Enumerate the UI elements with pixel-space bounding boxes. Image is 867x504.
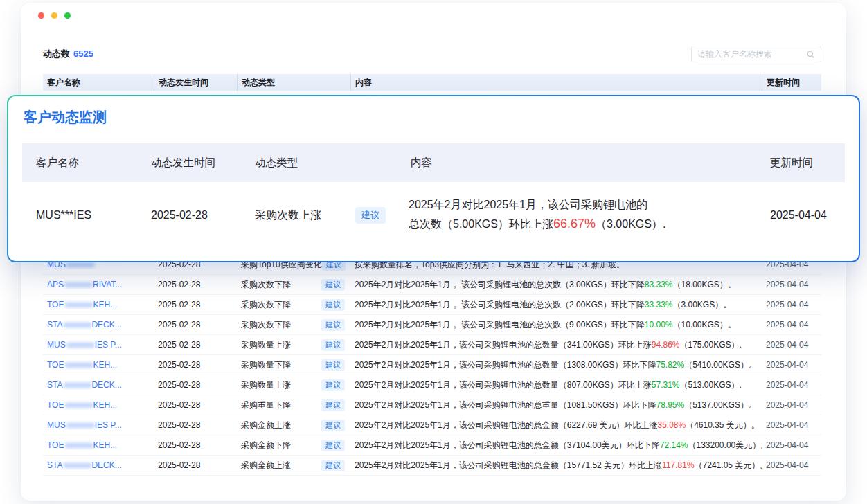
popup-table-header: 客户名称 动态发生时间 动态类型 内容 更新时间 [22,143,845,182]
customer-name-redacted: xxxxxxxx [64,360,92,370]
event-content-cell: 2025年2月对比2025年1月，该公司采购锂电池的总金额（15771.52 美… [350,460,762,471]
table-row[interactable]: MUSxxxxxxxxIES P...2025-02-28采购数量上涨建议202… [43,335,821,355]
popup-customer-name: MUS***IES [22,209,137,222]
search-icon[interactable] [806,50,815,59]
event-type-label: 采购重量下降 [241,399,291,411]
customer-name-link[interactable]: TOExxxxxxxxKEH... [43,440,154,450]
suggestion-badge[interactable]: 建议 [321,440,345,451]
event-type-label: 采购数量上涨 [241,379,291,391]
event-date-cell: 2025-02-28 [154,440,237,450]
suggestion-badge[interactable]: 建议 [321,279,345,291]
event-date-cell: 2025-02-28 [154,360,237,370]
popup-panel: 客户动态监测 客户名称 动态发生时间 动态类型 内容 更新时间 MUS***IE… [8,96,859,261]
customer-name-link[interactable]: TOExxxxxxxxKEH... [43,300,154,309]
content-text: 2025年2月对比2025年1月， 该公司采购锂电池的总次数（2.00KGS）环… [355,300,645,309]
content-text: （3.00KGS）. [596,218,665,230]
event-content-cell: 2025年2月对比2025年1月， 该公司采购锂电池的总次数（2.00KGS）环… [350,299,762,311]
table-row[interactable]: TOExxxxxxxxKEH...2025-02-28采购次数下降建议2025年… [43,295,821,315]
content-text: 2025年2月对比2025年1月，该公司采购锂电池的总金额（15771.52 美… [355,460,662,470]
suggestion-badge[interactable]: 建议 [321,299,345,311]
event-type-cell: 采购数量上涨建议 [237,379,350,391]
customer-name-suffix: KEH... [93,440,117,450]
customer-name-link[interactable]: TOExxxxxxxxKEH... [43,360,154,370]
popup-event-type-label: 采购次数上涨 [255,208,321,223]
percent-value: 72.14% [660,440,688,450]
customer-name-prefix: TOE [47,300,64,309]
popup-title: 客户动态监测 [22,107,845,127]
popup-suggestion-badge[interactable]: 建议 [355,207,386,224]
percent-value: 94.86% [652,340,680,350]
zoom-window-button[interactable] [64,12,71,19]
customer-name-redacted: xxxxxxxx [66,420,94,430]
event-date-cell: 2025-02-28 [154,280,237,289]
event-date-cell: 2025-02-28 [154,380,237,390]
customer-name-redacted: xxxxxxxx [64,400,92,410]
customer-name-suffix: DECK... [91,320,121,330]
suggestion-badge[interactable]: 建议 [321,319,345,331]
customer-name-link[interactable]: APSxxxxxxxxRIVAT... [43,280,154,289]
suggestion-badge[interactable]: 建议 [321,379,345,391]
column-header-update-time: 更新时间 [762,74,821,91]
column-header-content: 内容 [350,74,762,91]
table-row[interactable]: STAxxxxxxxxDECK...2025-02-28采购金额上涨建议2025… [43,456,821,476]
suggestion-badge[interactable]: 建议 [321,420,345,431]
customer-name-link[interactable]: MUSxxxxxxxxIES P... [43,420,154,430]
customer-name-link[interactable]: STAxxxxxxxxDECK... [43,460,154,470]
popup-event-date: 2025-02-28 [137,209,241,222]
event-content-cell: 2025年2月对比2025年1月，该公司采购锂电池的总金额（37104.00美元… [350,440,762,451]
event-type-cell: 采购次数下降建议 [237,319,350,331]
table-row[interactable]: APSxxxxxxxxRIVAT...2025-02-28采购次数下降建议202… [43,275,821,295]
customer-name-link[interactable]: TOExxxxxxxxKEH... [43,400,154,410]
table-row[interactable]: TOExxxxxxxxKEH...2025-02-28采购金额下降建议2025年… [43,435,821,456]
table-row[interactable]: MUSxxxxxxxxIES P...2025-02-28采购金额上涨建议202… [43,415,821,435]
customer-name-suffix: DECK... [91,380,121,390]
table-row[interactable]: STAxxxxxxxxDECK...2025-02-28采购次数下降建议2025… [43,315,821,335]
customer-name-prefix: STA [47,320,62,330]
minimize-window-button[interactable] [51,12,57,19]
percent-value: 66.67% [553,217,596,231]
popup-event-type-cell: 采购次数上涨 建议 [241,207,397,224]
popup-column-header-event-time: 动态发生时间 [137,156,241,170]
page-toolbar: 动态数6525 [43,44,821,64]
event-type-cell: 采购金额上涨建议 [237,460,350,471]
content-text: 2025年2月对比2025年1月，该公司采购锂电池的总重量（1081.50KGS… [355,400,656,410]
table-row[interactable]: STAxxxxxxxxDECK...2025-02-28采购数量上涨建议2025… [43,375,821,395]
popup-update-date: 2025-04-04 [756,209,845,222]
content-text: 2025年2月对比2025年1月，该公司采购锂电池的总金额（37104.00美元… [355,440,660,450]
suggestion-badge[interactable]: 建议 [321,359,345,371]
table-row[interactable]: TOExxxxxxxxKEH...2025-02-28采购数量下降建议2025年… [43,355,821,375]
update-date-cell: 2025-04-04 [762,280,821,289]
content-text: （133200.00美元）。 [688,440,762,450]
customer-name-prefix: MUS [47,340,66,350]
customer-name-link[interactable]: MUSxxxxxxxxIES P... [43,340,154,350]
event-type-label: 采购数量下降 [241,359,291,371]
suggestion-badge[interactable]: 建议 [321,339,345,351]
customer-dynamics-popup: 客户动态监测 客户名称 动态发生时间 动态类型 内容 更新时间 MUS***IE… [7,95,860,262]
update-date-cell: 2025-04-04 [762,360,821,370]
update-date-cell: 2025-04-04 [762,440,821,450]
content-text: 2025年2月对比2025年1月，该公司采购锂电池的总数量（1308.00KGS… [355,360,656,370]
customer-name-redacted: xxxxxxxx [64,280,92,289]
event-date-cell: 2025-02-28 [154,400,237,410]
customer-name-link[interactable]: STAxxxxxxxxDECK... [43,320,154,330]
popup-column-header-customer-name: 客户名称 [22,156,137,170]
customer-search-box[interactable] [691,46,821,62]
event-content-cell: 2025年2月对比2025年1月，该公司采购锂电池的总数量（341.00KGS）… [350,339,762,351]
content-text: 2025年2月对比2025年1月，该公司采购锂电池的总数量（341.00KGS）… [355,340,652,350]
content-text: 2025年2月对比2025年1月，该公司采购锂电池的总数量（807.00KGS）… [355,380,652,390]
update-date-cell: 2025-04-04 [762,460,821,470]
popup-column-header-content: 内容 [397,156,756,170]
event-type-cell: 采购数量上涨建议 [237,339,350,351]
customer-name-prefix: TOE [47,440,64,450]
suggestion-badge[interactable]: 建议 [321,460,345,471]
event-type-cell: 采购次数下降建议 [237,279,350,291]
customer-name-link[interactable]: STAxxxxxxxxDECK... [43,380,154,390]
event-type-label: 采购次数下降 [241,299,291,311]
popup-table-row[interactable]: MUS***IES 2025-02-28 采购次数上涨 建议 2025年2月对比… [22,182,845,249]
close-window-button[interactable] [38,12,44,19]
suggestion-badge[interactable]: 建议 [321,399,345,411]
customer-search-input[interactable] [697,49,806,59]
table-row[interactable]: TOExxxxxxxxKEH...2025-02-28采购重量下降建议2025年… [43,395,821,415]
content-text: 2025年2月对比2025年1月， 该公司采购锂电池的总次数（9.00KGS）环… [355,320,645,330]
window-controls [38,12,71,19]
